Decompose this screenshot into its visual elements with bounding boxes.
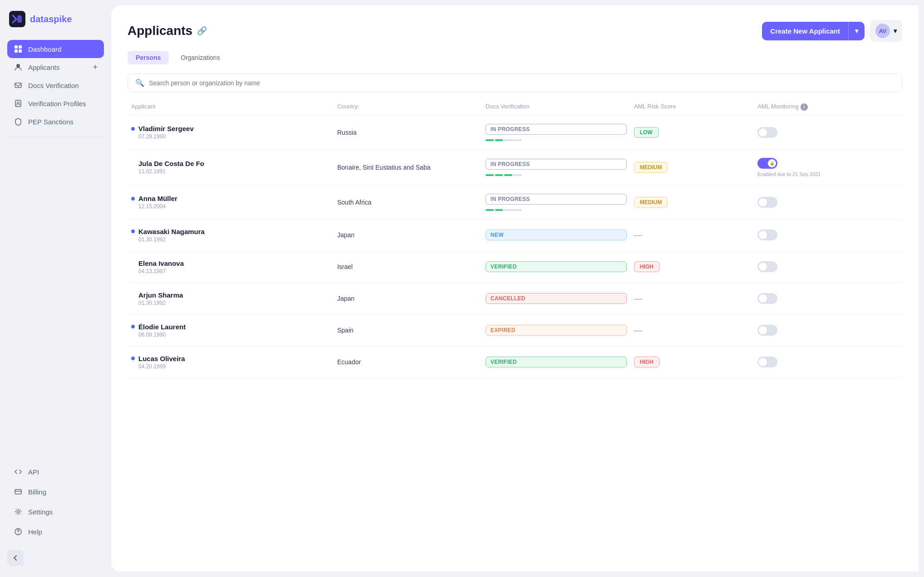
country-text: Spain	[337, 327, 354, 334]
applicant-name-text: Arjun Sharma	[138, 291, 183, 299]
progress-segment	[504, 174, 512, 176]
applicant-name-text: Lucas Oliveira	[138, 355, 185, 362]
aml-risk-cell: HIGH	[630, 357, 754, 367]
table-row[interactable]: Vladimir Sergeev 07.29.1990 Russia IN PR…	[128, 116, 902, 150]
applicant-name-text: Élodie Laurent	[138, 323, 186, 331]
table-row[interactable]: Arjun Sharma 01.30.1992 Japan CANCELLED—	[128, 283, 902, 315]
docs-verification-cell: EXPIRED	[482, 325, 630, 336]
applicant-cell: Vladimir Sergeev 07.29.1990	[128, 125, 334, 140]
search-bar: 🔍	[128, 73, 902, 92]
table-row[interactable]: Anna Müller 12.15.2004 South Africa IN P…	[128, 186, 902, 220]
info-icon[interactable]: i	[801, 103, 808, 111]
sidebar-item-billing[interactable]: Billing	[7, 483, 104, 501]
status-dot-empty	[131, 293, 135, 297]
table-row[interactable]: Jula De Costa De Fo 11.02.1991 Bonaire, …	[128, 150, 902, 186]
avatar-button[interactable]: AV ▾	[870, 20, 902, 42]
aml-monitoring-toggle[interactable]	[757, 357, 777, 367]
status-dot	[131, 197, 135, 200]
table-header-aml-risk-score: AML Risk Score	[630, 103, 754, 111]
svg-rect-1	[17, 15, 22, 23]
applicant-date: 07.29.1990	[131, 133, 330, 140]
svg-point-6	[16, 64, 20, 68]
progress-bar	[486, 209, 522, 211]
status-dot	[131, 127, 135, 131]
docs-status-badge: IN PROGRESS	[486, 159, 627, 170]
collapse-button[interactable]	[7, 550, 24, 566]
risk-none: —	[634, 326, 642, 335]
sidebar-item-settings[interactable]: Settings	[7, 503, 104, 521]
sidebar: dataspike Dashboard Applicants + Docs Ve…	[0, 0, 111, 577]
country-cell: Spain	[334, 326, 482, 334]
aml-monitoring-toggle[interactable]: 🔒	[757, 158, 777, 169]
aml-risk-cell: MEDIUM	[630, 162, 754, 173]
status-dot-empty	[131, 162, 135, 166]
country-cell: South Africa	[334, 198, 482, 206]
table-header: ApplicantCountry:Docs VerificationAML Ri…	[128, 103, 902, 116]
progress-segment	[495, 209, 503, 211]
applicant-name-text: Elena Ivanova	[138, 259, 184, 267]
aml-monitoring-container	[757, 230, 899, 240]
risk-badge: LOW	[634, 127, 659, 138]
link-icon[interactable]: 🔗	[197, 26, 207, 36]
applicant-name: Jula De Costa De Fo	[131, 160, 330, 167]
progress-segment	[514, 139, 522, 141]
aml-monitoring-container	[757, 261, 899, 272]
svg-point-11	[17, 511, 20, 513]
table-row[interactable]: Élodie Laurent 06.09.1990 Spain EXPIRED—	[128, 315, 902, 347]
toggle-thumb	[759, 128, 767, 137]
svg-rect-7	[15, 83, 21, 88]
aml-monitoring-toggle[interactable]	[757, 230, 777, 240]
sidebar-item-help[interactable]: Help	[7, 523, 104, 541]
country-text: Russia	[337, 129, 357, 136]
aml-monitoring-toggle[interactable]	[757, 325, 777, 336]
toggle-thumb	[759, 263, 767, 271]
applicant-name-text: Jula De Costa De Fo	[138, 160, 204, 167]
aml-monitoring-toggle[interactable]	[757, 127, 777, 138]
sidebar-item-pep-sanctions[interactable]: PEP Sanctions	[7, 112, 104, 131]
status-dot	[131, 230, 135, 233]
docs-status-badge: EXPIRED	[486, 325, 627, 336]
aml-monitoring-cell	[754, 230, 902, 240]
sidebar-item-dashboard[interactable]: Dashboard	[7, 40, 104, 58]
sidebar-item-api[interactable]: API	[7, 463, 104, 481]
tab-persons[interactable]: Persons	[128, 51, 169, 64]
aml-monitoring-toggle[interactable]	[757, 197, 777, 208]
docs-verification-cell: CANCELLED	[482, 293, 630, 304]
toggle-thumb	[759, 231, 767, 239]
create-applicant-button[interactable]: Create New Applicant ▾	[762, 22, 865, 40]
sidebar-item-applicants[interactable]: Applicants +	[7, 58, 104, 76]
docs-status-badge: IN PROGRESS	[486, 124, 627, 135]
header-right: Create New Applicant ▾ AV ▾	[762, 20, 902, 42]
create-button-label: Create New Applicant	[762, 22, 848, 40]
docs-status-container: NEW	[486, 230, 627, 240]
sidebar-item-verification-profiles[interactable]: Verification Profiles	[7, 94, 104, 112]
create-button-chevron-icon[interactable]: ▾	[848, 22, 865, 40]
status-dot	[131, 357, 135, 360]
search-input[interactable]	[149, 79, 895, 87]
progress-bar	[486, 174, 522, 176]
add-icon[interactable]: +	[93, 63, 98, 71]
avatar-chevron-icon: ▾	[894, 27, 897, 34]
aml-monitoring-toggle[interactable]	[757, 293, 777, 304]
table-row[interactable]: Kawasaki Nagamura 01.30.1992 Japan NEW—	[128, 220, 902, 251]
applicant-cell: Arjun Sharma 01.30.1992	[128, 291, 334, 306]
tabs: PersonsOrganizations	[128, 51, 902, 64]
aml-monitoring-container	[757, 197, 899, 208]
table-row[interactable]: Elena Ivanova 04.13.1987 Israel VERIFIED…	[128, 251, 902, 283]
table-row[interactable]: Lucas Oliveira 04.20.1999 Ecuador VERIFI…	[128, 347, 902, 378]
aml-monitoring-toggle[interactable]	[757, 261, 777, 272]
toggle-thumb	[759, 294, 767, 303]
svg-rect-2	[15, 45, 18, 49]
country-cell: Israel	[334, 263, 482, 271]
svg-rect-3	[19, 45, 22, 49]
tab-organizations[interactable]: Organizations	[172, 51, 228, 64]
applicant-cell: Jula De Costa De Fo 11.02.1991	[128, 160, 334, 175]
nav-item-row: PEP Sanctions	[28, 118, 98, 126]
sidebar-item-label: Applicants	[28, 64, 59, 71]
sidebar-item-docs-verification[interactable]: Docs Verification	[7, 76, 104, 94]
docs-status-badge: VERIFIED	[486, 357, 627, 367]
progress-bar	[486, 139, 522, 141]
docs-status-container: IN PROGRESS	[486, 159, 627, 176]
docs-status-container: CANCELLED	[486, 293, 627, 304]
nav-main: Dashboard Applicants + Docs Verification…	[7, 40, 104, 131]
